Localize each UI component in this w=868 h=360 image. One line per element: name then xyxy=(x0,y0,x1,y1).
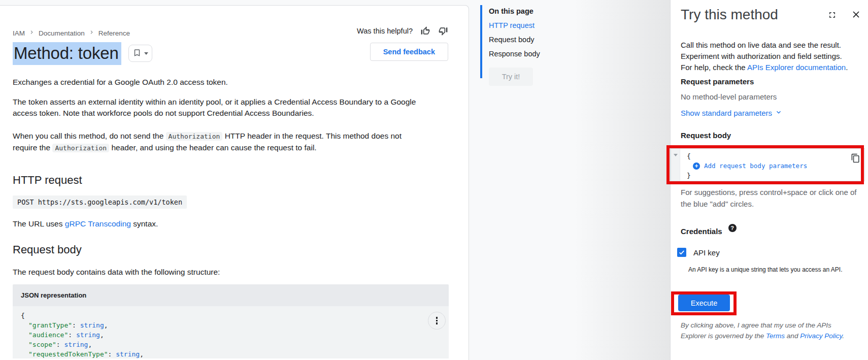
grpc-transcoding-link[interactable]: gRPC Transcoding xyxy=(65,219,131,228)
bookmark-icon xyxy=(132,48,142,59)
show-standard-parameters-label: Show standard parameters xyxy=(681,109,772,117)
credentials-section: Credentials ? xyxy=(681,227,737,236)
toc-link-request-body[interactable]: Request body xyxy=(489,36,602,44)
intro-paragraph-3: When you call this method, do not send t… xyxy=(13,130,421,154)
url-note: The URL uses gRPC Transcoding syntax. xyxy=(13,219,448,228)
more-vert-icon xyxy=(436,317,438,319)
paragraph-text: syntax. xyxy=(131,219,158,228)
toc-link-response-body[interactable]: Response body xyxy=(489,50,602,58)
no-parameters-text: No method-level parameters xyxy=(681,92,777,101)
close-panel-button[interactable] xyxy=(851,9,861,21)
breadcrumb-iam[interactable]: IAM xyxy=(13,29,25,37)
authorization-code-chip: Authorization xyxy=(166,132,223,141)
feedback-widget: Was this helpful? Send feedback xyxy=(357,26,448,61)
try-it-button[interactable]: Try it! xyxy=(489,68,533,86)
json-code-block: { "grantType": string, "audience": strin… xyxy=(13,306,449,358)
json-line: "requestedTokenType": string, xyxy=(21,349,441,358)
thumb-up-icon[interactable] xyxy=(420,26,430,36)
chevron-right-icon xyxy=(28,29,35,37)
fullscreen-icon xyxy=(827,10,837,21)
editor-gutter xyxy=(671,149,680,181)
toc-accent-bar xyxy=(480,5,482,78)
paragraph-text: When you call this method, do not send t… xyxy=(13,132,166,140)
api-key-row: API key xyxy=(677,248,720,257)
copy-button[interactable] xyxy=(851,153,860,165)
paragraph-text: header, and using the header can cause t… xyxy=(109,143,316,152)
request-body-editor[interactable]: { + Add request body parameters } xyxy=(671,148,865,181)
paragraph-text: and xyxy=(785,332,800,340)
apis-explorer-docs-link[interactable]: APIs Explorer documentation xyxy=(747,63,846,72)
caret-down-icon xyxy=(144,52,148,55)
api-key-checkbox[interactable] xyxy=(677,248,686,257)
try-this-method-panel: Try this method Call this method on live… xyxy=(670,0,868,360)
json-line: "audience": string, xyxy=(21,330,441,340)
on-this-page-nav: On this page HTTP request Request body R… xyxy=(480,4,602,86)
json-table-header: JSON representation xyxy=(13,284,449,306)
help-icon[interactable]: ? xyxy=(728,224,737,232)
copy-icon xyxy=(851,153,860,165)
add-request-body-parameters[interactable]: + Add request body parameters xyxy=(687,161,807,171)
paragraph-text: The URL uses xyxy=(13,219,65,228)
paragraph-text: . xyxy=(842,332,844,340)
terms-link[interactable]: Terms xyxy=(766,332,785,340)
close-icon xyxy=(851,9,861,21)
privacy-policy-link[interactable]: Privacy Policy xyxy=(800,332,842,340)
json-line: "grantType": string, xyxy=(21,320,441,330)
add-parameters-label: Add request body parameters xyxy=(704,161,807,171)
editor-open-brace: { xyxy=(687,151,807,161)
show-standard-parameters-link[interactable]: Show standard parameters xyxy=(681,108,783,118)
request-parameters-heading: Request parameters xyxy=(681,77,754,86)
fullscreen-button[interactable] xyxy=(827,10,837,21)
main-content-card: IAM Documentation Reference Method: toke… xyxy=(0,5,469,360)
request-body-heading: Request body xyxy=(13,243,448,256)
editor-close-brace: } xyxy=(687,171,807,180)
breadcrumb-reference[interactable]: Reference xyxy=(98,29,130,37)
selected-title-text: Method: token xyxy=(13,42,121,65)
intro-paragraph-1: Exchanges a credential for a Google OAut… xyxy=(13,77,421,88)
authorization-code-chip: Authorization xyxy=(52,144,109,152)
http-request-heading: HTTP request xyxy=(13,174,448,187)
api-key-description: An API key is a unique string that lets … xyxy=(688,266,843,273)
api-key-label: API key xyxy=(693,248,720,257)
more-options-button[interactable] xyxy=(428,312,446,330)
toc-link-http-request[interactable]: HTTP request xyxy=(489,21,602,29)
send-feedback-button[interactable]: Send feedback xyxy=(370,43,448,61)
suggestions-hint: For suggestions, press control+space or … xyxy=(681,186,857,210)
breadcrumb-documentation[interactable]: Documentation xyxy=(39,29,85,37)
add-circle-icon[interactable]: + xyxy=(693,162,700,170)
page-title: Method: token xyxy=(13,44,121,63)
http-request-code: POST https://sts.googleapis.com/v1/token xyxy=(13,195,187,209)
request-body-description: The request body contains data with the … xyxy=(13,267,421,278)
json-line: "scope": string, xyxy=(21,340,441,349)
collapse-triangle-icon[interactable] xyxy=(674,154,678,156)
panel-description: Call this method on live data and see th… xyxy=(681,40,850,73)
paragraph-text: . xyxy=(846,63,848,72)
intro-paragraph-2: The token asserts an external identity w… xyxy=(13,96,421,119)
chevron-down-icon xyxy=(775,108,783,118)
thumb-down-icon[interactable] xyxy=(438,26,448,36)
legal-text: By clicking above, I agree that my use o… xyxy=(681,320,853,341)
json-open-brace: { xyxy=(21,311,441,320)
panel-title: Try this method xyxy=(681,7,827,23)
credentials-heading: Credentials xyxy=(681,227,722,236)
panel-request-body-heading: Request body xyxy=(681,131,731,140)
chevron-right-icon xyxy=(88,29,95,37)
json-representation-table: JSON representation { "grantType": strin… xyxy=(13,284,449,358)
execute-button[interactable]: Execute xyxy=(678,294,730,311)
toc-title: On this page xyxy=(489,7,602,15)
bookmark-button[interactable] xyxy=(128,45,152,62)
feedback-question: Was this helpful? xyxy=(357,27,413,35)
